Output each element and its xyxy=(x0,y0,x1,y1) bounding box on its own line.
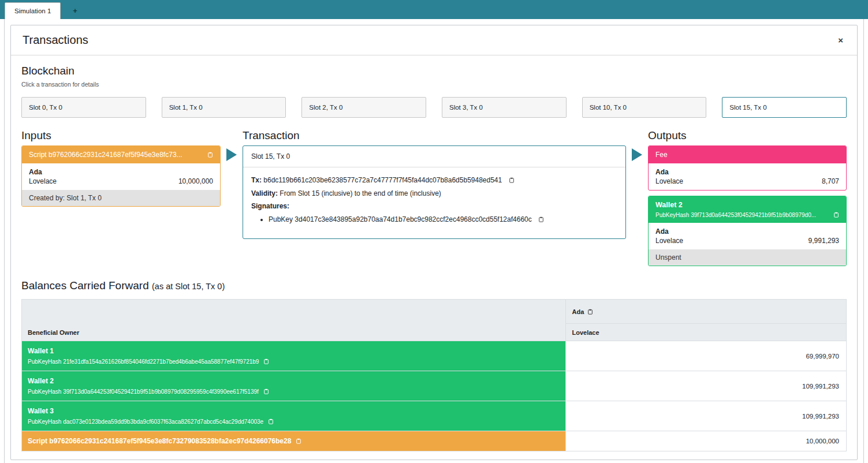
copy-icon[interactable] xyxy=(538,216,544,223)
fee-amount: 8,707 xyxy=(822,177,839,185)
wallet-name: Wallet 2 xyxy=(28,377,560,385)
wallet-card-header: Wallet 2 PubKeyHash 39f713d0a644253f0452… xyxy=(649,196,846,223)
currency-label: Ada xyxy=(655,227,839,236)
outputs-column: Outputs Fee Ada Lovelace 8,707 xyxy=(648,121,847,271)
input-card-body: Ada Lovelace 10,000,000 xyxy=(22,163,220,190)
tx-hash: b6dc119b661c203be6238577c72a7c47777f7f45… xyxy=(263,176,502,184)
token-label: Lovelace xyxy=(655,177,683,185)
transaction-heading: Transaction xyxy=(243,129,626,142)
owner-column-header: Beneficial Owner xyxy=(22,300,566,341)
token-label: Lovelace xyxy=(655,237,683,245)
input-card-title: Script b9762066c2931c241687ef5f945e3e8fc… xyxy=(29,151,182,159)
currency-header-label: Ada xyxy=(572,308,584,315)
close-icon[interactable]: × xyxy=(836,35,845,46)
transaction-card-body: Tx: b6dc119b661c203be6238577c72a7c47777f… xyxy=(243,167,625,235)
blockchain-heading: Blockchain xyxy=(21,65,847,77)
script-name: Script b9762066c2931c241687ef5f945e3e8fc… xyxy=(28,437,291,445)
add-simulation-button[interactable]: + xyxy=(65,2,85,19)
balance-amount: 69,999,970 xyxy=(566,341,847,371)
copy-icon[interactable] xyxy=(296,438,301,445)
balances-heading: Balances Carried Forward (as at Slot 15,… xyxy=(21,279,847,292)
token-label: Lovelace xyxy=(29,177,57,185)
slot-button-5-selected[interactable]: Slot 15, Tx 0 xyxy=(722,97,847,118)
table-row-script: Script b9762066c2931c241687ef5f945e3e8fc… xyxy=(22,431,847,451)
wallet-card-body: Ada Lovelace 9,991,293 xyxy=(649,223,846,249)
created-by-footer: Created by: Slot 1, Tx 0 xyxy=(22,190,220,206)
balances-heading-text: Balances Carried Forward xyxy=(21,279,149,292)
table-row-wallet-3: Wallet 3 PubKeyHash dac073e0123bdea59dd9… xyxy=(22,401,847,431)
slot-button-1[interactable]: Slot 1, Tx 0 xyxy=(162,97,286,118)
tx-label: Tx: xyxy=(251,176,262,184)
copy-icon[interactable] xyxy=(833,211,839,218)
copy-icon[interactable] xyxy=(263,388,269,395)
panel-header: Transactions × xyxy=(11,25,857,55)
copy-icon[interactable] xyxy=(509,177,515,184)
table-row-wallet-2: Wallet 2 PubKeyHash 39f713d0a644253f0452… xyxy=(22,371,847,401)
token-column-header: Lovelace xyxy=(566,324,847,341)
blockchain-subtext: Click a transaction for details xyxy=(21,81,847,88)
panel-content: Blockchain Click a transaction for detai… xyxy=(11,55,857,460)
copy-icon[interactable] xyxy=(263,358,269,365)
validity-label: Validity: xyxy=(251,189,278,197)
currency-label: Ada xyxy=(655,168,839,176)
outputs-heading: Outputs xyxy=(648,129,847,142)
inputs-column: Inputs Script b9762066c2931c241687ef5f94… xyxy=(21,121,221,212)
transaction-flow: Inputs Script b9762066c2931c241687ef5f94… xyxy=(21,121,847,271)
page-title: Transactions xyxy=(23,33,88,47)
wallet-output-card: Wallet 2 PubKeyHash 39f713d0a644253f0452… xyxy=(648,196,847,266)
wallet-name: Wallet 3 xyxy=(28,407,560,415)
wallet-hash: PubKeyHash 39f713d0a644253f04529421b9f51… xyxy=(28,389,259,395)
balance-amount: 10,000,000 xyxy=(566,431,847,451)
inputs-heading: Inputs xyxy=(21,129,221,142)
balances-table: Beneficial Owner Ada Lovelace Wallet 1 xyxy=(21,299,847,451)
tab-simulation-1[interactable]: Simulation 1 xyxy=(5,2,61,19)
wallet-card-title: Wallet 2 xyxy=(655,201,839,209)
slot-button-3[interactable]: Slot 3, Tx 0 xyxy=(442,97,567,118)
fee-card-header: Fee xyxy=(649,146,846,163)
slot-list: Slot 0, Tx 0 Slot 1, Tx 0 Slot 2, Tx 0 S… xyxy=(21,97,847,118)
transaction-slot-label: Slot 15, Tx 0 xyxy=(243,146,625,167)
wallet-amount: 9,991,293 xyxy=(809,237,839,245)
copy-icon[interactable] xyxy=(207,151,213,158)
signature-item: PubKey 3d4017c3e843895a92b70aa74d1b7ebc9… xyxy=(269,214,617,225)
unspent-status-footer: Unspent xyxy=(649,249,846,266)
owner-cell: Script b9762066c2931c241687ef5f945e3e8fc… xyxy=(22,431,566,451)
input-amount: 10,000,000 xyxy=(178,177,213,185)
table-row-wallet-1: Wallet 1 PubKeyHash 21fe31dfa154a261626b… xyxy=(22,341,847,371)
signatures-list: PubKey 3d4017c3e843895a92b70aa74d1b7ebc9… xyxy=(251,214,617,225)
input-card-header: Script b9762066c2931c241687ef5f945e3e8fc… xyxy=(22,146,220,163)
wallet-hash: PubKeyHash dac073e0123bdea59dd9b3bda9cf6… xyxy=(28,419,263,425)
fee-card-title: Fee xyxy=(655,151,668,159)
tab-bar: Simulation 1 + xyxy=(0,0,868,19)
owner-cell: Wallet 3 PubKeyHash dac073e0123bdea59dd9… xyxy=(22,401,566,431)
wallet-name: Wallet 1 xyxy=(28,347,560,355)
owner-cell: Wallet 1 PubKeyHash 21fe31dfa154a261626b… xyxy=(22,341,566,371)
input-script-card: Script b9762066c2931c241687ef5f945e3e8fc… xyxy=(21,145,221,207)
owner-cell: Wallet 2 PubKeyHash 39f713d0a644253f0452… xyxy=(22,371,566,401)
main-container: Transactions × Blockchain Click a transa… xyxy=(4,19,864,463)
validity-text: From Slot 15 (inclusive) to the end of t… xyxy=(280,189,441,197)
transaction-card: Slot 15, Tx 0 Tx: b6dc119b661c203be62385… xyxy=(243,145,626,239)
wallet-hash: PubKeyHash 21fe31dfa154a261626bf854046fd… xyxy=(28,359,259,365)
slot-button-0[interactable]: Slot 0, Tx 0 xyxy=(21,97,146,118)
signatures-label: Signatures: xyxy=(251,202,289,210)
copy-icon[interactable] xyxy=(587,308,593,315)
slot-button-4[interactable]: Slot 10, Tx 0 xyxy=(582,97,707,118)
transaction-column: Transaction Slot 15, Tx 0 Tx: b6dc119b66… xyxy=(243,121,626,239)
copy-icon[interactable] xyxy=(268,418,274,425)
wallet-card-hash: PubKeyHash 39f713d0a644253f04529421b9f51… xyxy=(655,212,816,218)
flow-arrow-icon xyxy=(226,121,237,162)
balances-heading-suffix: (as at Slot 15, Tx 0) xyxy=(152,282,225,291)
fee-card-body: Ada Lovelace 8,707 xyxy=(649,163,846,190)
slot-button-2[interactable]: Slot 2, Tx 0 xyxy=(301,97,426,118)
signature-pubkey: PubKey 3d4017c3e843895a92b70aa74d1b7ebc9… xyxy=(269,215,532,223)
balance-amount: 109,991,293 xyxy=(566,371,847,401)
currency-label: Ada xyxy=(29,168,213,176)
fee-output-card: Fee Ada Lovelace 8,707 xyxy=(648,145,847,191)
balance-amount: 109,991,293 xyxy=(566,401,847,431)
transactions-panel: Transactions × Blockchain Click a transa… xyxy=(10,25,858,460)
flow-arrow-icon xyxy=(631,121,643,162)
currency-column-header: Ada xyxy=(566,300,847,324)
